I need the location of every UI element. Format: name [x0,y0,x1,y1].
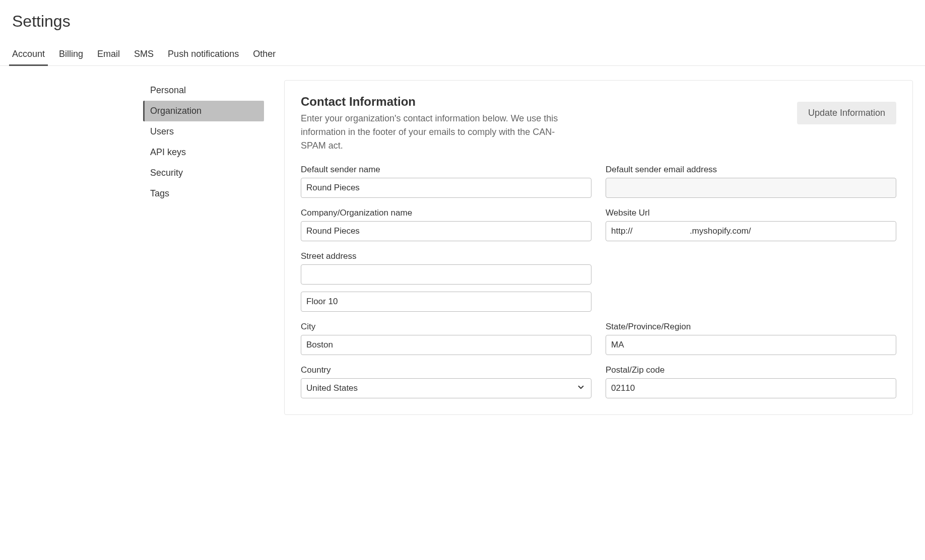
tab-push-notifications[interactable]: Push notifications [168,43,239,65]
company-name-input[interactable] [301,221,591,241]
street-address-line1-input[interactable] [301,264,591,285]
tab-account[interactable]: Account [12,43,45,65]
state-label: State/Province/Region [606,322,896,332]
tabs-nav: Account Billing Email SMS Push notificat… [0,43,925,66]
settings-sidebar: Personal Organization Users API keys Sec… [143,80,264,415]
postal-input[interactable] [606,378,896,398]
sidebar-item-tags[interactable]: Tags [143,183,264,204]
sidebar-item-users[interactable]: Users [143,121,264,142]
contact-info-panel: Contact Information Enter your organizat… [284,80,913,415]
country-select[interactable] [301,378,591,398]
postal-label: Postal/Zip code [606,365,896,375]
company-name-label: Company/Organization name [301,208,591,218]
tab-email[interactable]: Email [97,43,120,65]
panel-description: Enter your organization's contact inform… [301,112,573,153]
tab-other[interactable]: Other [253,43,276,65]
sidebar-item-security[interactable]: Security [143,163,264,183]
street-address-line2-input[interactable] [301,292,591,312]
website-url-input[interactable] [606,221,896,241]
tab-sms[interactable]: SMS [134,43,154,65]
tab-billing[interactable]: Billing [59,43,83,65]
street-address-label: Street address [301,251,591,261]
sender-name-input[interactable] [301,178,591,198]
sender-email-input[interactable] [606,178,896,198]
sidebar-item-personal[interactable]: Personal [143,80,264,101]
panel-title: Contact Information [301,95,782,109]
sidebar-item-organization[interactable]: Organization [143,101,264,121]
update-information-button[interactable]: Update Information [797,102,896,124]
country-label: Country [301,365,591,375]
state-input[interactable] [606,335,896,355]
website-url-label: Website Url [606,208,896,218]
page-title: Settings [12,12,913,31]
city-label: City [301,322,591,332]
sender-email-label: Default sender email address [606,165,896,175]
sidebar-item-api-keys[interactable]: API keys [143,142,264,163]
sender-name-label: Default sender name [301,165,591,175]
city-input[interactable] [301,335,591,355]
